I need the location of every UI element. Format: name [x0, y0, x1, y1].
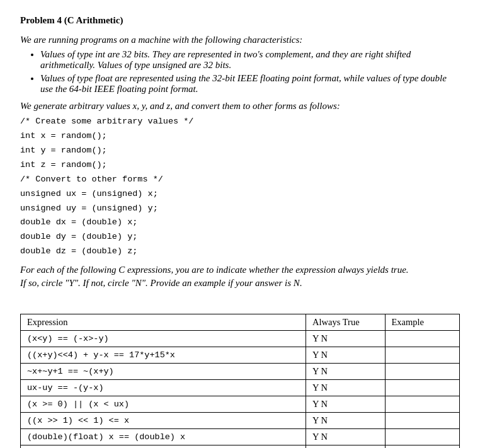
table-row: ux-uy == -(y-x)Y N: [21, 380, 460, 396]
code-section: /* Create some arbitrary values */ int x…: [20, 115, 460, 258]
table-row: dx + dy == (double) (y+x)Y N: [21, 445, 460, 448]
expression-cell-0: (x<y) == (-x>-y): [21, 331, 306, 347]
example-cell-2: [385, 364, 460, 380]
code-line-2: int y = random();: [20, 144, 460, 158]
bullet-list: Values of type int are 32 bits. They are…: [40, 49, 460, 95]
yn-cell-5: Y N: [306, 413, 385, 429]
code-line-5: unsigned ux = (unsigned) x;: [20, 188, 460, 201]
code-line-9: double dz = (double) z;: [20, 245, 460, 258]
code-line-1: int x = random();: [20, 130, 460, 143]
expressions-table: Expression Always True Example (x<y) == …: [20, 314, 460, 448]
expression-cell-7: dx + dy == (double) (y+x): [21, 445, 306, 448]
example-cell-7: [385, 445, 460, 448]
expression-cell-6: (double)(float) x == (double) x: [21, 429, 306, 445]
table-row: ((x >> 1) << 1) <= xY N: [21, 413, 460, 429]
yn-cell-2: Y N: [306, 364, 385, 380]
col-header-always-true: Always True: [306, 314, 385, 331]
col-header-example: Example: [385, 314, 460, 331]
bullet-item-1: Values of type int are 32 bits. They are…: [40, 49, 460, 71]
intro-text: We are running programs on a machine wit…: [20, 35, 460, 45]
table-row: ((x+y)<<4) + y-x == 17*y+15*xY N: [21, 347, 460, 364]
expression-cell-2: ~x+~y+1 == ~(x+y): [21, 364, 306, 380]
code-line-8: double dy = (double) y;: [20, 231, 460, 244]
instructions-1: For each of the following C expressions,…: [20, 265, 460, 275]
yn-cell-4: Y N: [306, 396, 385, 413]
yn-cell-1: Y N: [306, 347, 385, 364]
generate-intro: We generate arbitrary values x, y, and z…: [20, 101, 460, 112]
example-cell-3: [385, 380, 460, 396]
table-row: (x<y) == (-x>-y)Y N: [21, 331, 460, 347]
problem-title: Problem 4 (C Arithmetic): [20, 15, 460, 26]
code-line-3: int z = random();: [20, 159, 460, 172]
expression-cell-4: (x >= 0) || (x < ux): [21, 396, 306, 413]
example-cell-0: [385, 331, 460, 347]
yn-cell-3: Y N: [306, 380, 385, 396]
expression-cell-1: ((x+y)<<4) + y-x == 17*y+15*x: [21, 347, 306, 364]
expression-cell-3: ux-uy == -(y-x): [21, 380, 306, 396]
instructions-2: If so, circle "Y". If not, circle "N". P…: [20, 278, 460, 289]
code-line-6: unsigned uy = (unsigned) y;: [20, 202, 460, 215]
example-cell-5: [385, 413, 460, 429]
example-cell-1: [385, 347, 460, 364]
example-cell-4: [385, 396, 460, 413]
code-line-0: /* Create some arbitrary values */: [20, 115, 460, 129]
yn-cell-7: Y N: [306, 445, 385, 448]
table-row: (x >= 0) || (x < ux)Y N: [21, 396, 460, 413]
code-line-4: /* Convert to other forms */: [20, 173, 460, 187]
table-row: (double)(float) x == (double) xY N: [21, 429, 460, 445]
yn-cell-0: Y N: [306, 331, 385, 347]
col-header-expression: Expression: [21, 314, 306, 331]
table-row: ~x+~y+1 == ~(x+y)Y N: [21, 364, 460, 380]
example-cell-6: [385, 429, 460, 445]
bullet-item-2: Values of type float are represented usi…: [40, 73, 460, 95]
code-line-7: double dx = (double) x;: [20, 216, 460, 229]
expression-cell-5: ((x >> 1) << 1) <= x: [21, 413, 306, 429]
yn-cell-6: Y N: [306, 429, 385, 445]
